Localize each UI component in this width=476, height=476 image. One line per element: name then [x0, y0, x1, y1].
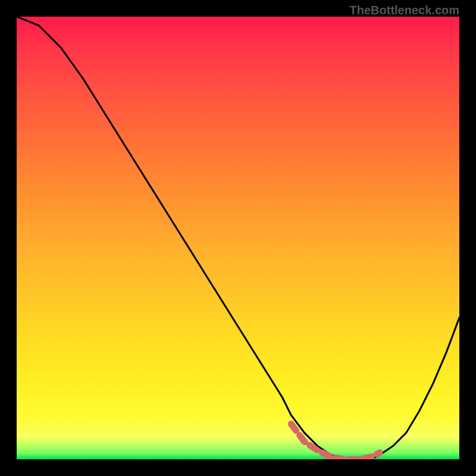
optimal-range-marker-path [291, 424, 380, 460]
chart-svg [17, 17, 459, 459]
plot-area [17, 17, 459, 459]
bottleneck-curve-path [17, 17, 459, 459]
watermark-text: TheBottleneck.com [350, 4, 459, 17]
